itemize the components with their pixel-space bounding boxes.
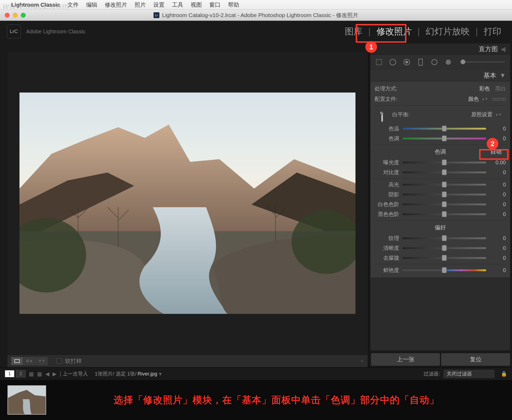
app-menu[interactable]: Lightroom Classic [11,2,60,8]
exposure-slider[interactable] [402,162,486,163]
preview-viewport[interactable] [7,52,367,354]
breadcrumb-source[interactable]: 上一次导入 [63,370,88,377]
histogram-label: 直方图 [479,45,498,53]
filter-dropdown[interactable]: 关闭过滤器 [444,370,494,378]
blacks-value[interactable]: 0 [489,211,506,217]
wb-dropdown[interactable]: 原照设置 ▲▼ [471,111,502,118]
adjustment-brush-tool-icon[interactable] [442,56,454,68]
lrc-logo-icon: LrC [7,25,21,38]
profile-dropdown[interactable]: 颜色 ▲▼ [468,95,488,103]
graduated-filter-tool-icon[interactable] [415,56,426,68]
disclosure-triangle-icon[interactable]: ▼ [499,72,506,79]
clarity-label: 清晰度 [375,245,399,252]
chevron-down-icon[interactable]: ▾ [159,371,162,377]
grid-icon[interactable]: ▦ [29,371,34,377]
display-2-button[interactable]: 2 [16,370,26,377]
menu-edit[interactable]: 编辑 [86,1,97,9]
close-window-button[interactable] [5,13,10,18]
exposure-value[interactable]: 0.00 [489,159,506,166]
clarity-slider[interactable] [402,247,486,249]
svg-point-15 [390,59,396,65]
texture-value[interactable]: 0 [489,235,506,241]
develop-tool-strip [370,55,510,70]
menu-view[interactable]: 视图 [191,1,202,9]
grid-alt-icon[interactable]: ▦ [37,371,42,377]
breadcrumb-filename[interactable]: River.jpg [138,371,157,377]
temp-slider[interactable] [402,128,486,130]
filmstrip-thumbnail[interactable]: 1 [7,385,46,415]
texture-label: 纹理 [375,235,399,242]
svg-rect-14 [376,59,382,65]
radial-filter-tool-icon[interactable] [429,56,440,68]
module-slideshow[interactable]: 幻灯片放映 [423,24,472,39]
basic-panel-header[interactable]: 基本 ▼ [370,70,510,81]
nav-sep: | [60,371,61,377]
temp-value[interactable]: 0 [489,126,506,132]
shadows-label: 阴影 [375,191,399,198]
loupe-view-button[interactable] [11,357,23,365]
filmstrip[interactable]: 1 选择「修改照片」模块，在「基本」面板中单击「色调」部分中的「自动」 [0,380,512,420]
module-print[interactable]: 打印 [481,24,504,39]
nav-back-icon[interactable]: ◀ [45,371,49,377]
tool-slider[interactable] [461,61,505,63]
contrast-slider[interactable] [402,171,486,173]
profile-browser-icon[interactable] [493,98,506,101]
menu-window[interactable]: 窗口 [209,1,221,9]
highlights-slider[interactable] [402,184,486,186]
tutorial-caption: 选择「修改照片」模块，在「基本」面板中单击「色调」部分中的「自动」 [46,394,507,407]
menu-file[interactable]: 文件 [67,1,79,9]
blacks-label: 黑色色阶 [375,211,399,218]
tone-section-label: 色调 [435,148,446,155]
contrast-label: 对比度 [375,169,399,176]
shadows-value[interactable]: 0 [489,191,506,198]
menu-tools[interactable]: 工具 [172,1,183,9]
minimize-window-button[interactable] [13,13,18,18]
spot-removal-tool-icon[interactable] [387,56,399,68]
histogram-panel-header[interactable]: 直方图 ◀ [370,43,510,55]
treatment-bw-button[interactable]: 黑白 [495,85,506,92]
basic-panel-body: 处理方式: 彩色 黑白 配置文件: 颜色 ▲▼ [370,81,510,277]
vibrance-slider[interactable] [402,269,486,271]
nav-button-row: 上一张 复位 [369,352,512,367]
whites-slider[interactable] [402,203,486,205]
treatment-color-button[interactable]: 彩色 [479,85,490,92]
display-1-button[interactable]: 1 [5,370,14,377]
zoom-window-button[interactable] [21,13,26,18]
redeye-tool-icon[interactable] [401,56,413,68]
tint-slider[interactable] [402,138,486,139]
svg-point-20 [446,59,451,65]
before-after-yy-button[interactable]: Y Y [36,357,47,365]
menu-photo[interactable]: 照片 [135,1,146,9]
module-separator: | [418,26,420,37]
exposure-label: 曝光度 [375,159,399,166]
dehaze-slider[interactable] [402,257,486,259]
texture-slider[interactable] [402,237,486,239]
profile-label: 配置文件: [375,95,468,103]
before-after-ra-button[interactable]: R A [23,357,35,365]
nav-forward-icon[interactable]: ▶ [53,371,57,377]
menu-settings[interactable]: 设置 [153,1,165,9]
whites-value[interactable]: 0 [489,201,506,207]
dehaze-value[interactable]: 0 [489,255,506,261]
checkbox-icon[interactable] [57,358,62,364]
previous-photo-button[interactable]: 上一张 [371,353,440,366]
svg-rect-18 [419,59,422,65]
filter-lock-icon[interactable]: 🔒 [501,371,507,377]
reset-button[interactable]: 复位 [441,353,510,366]
clarity-value[interactable]: 0 [489,245,506,251]
crop-tool-icon[interactable] [373,56,385,68]
blacks-slider[interactable] [402,213,486,215]
toolbar-menu-icon[interactable]: ▼ [361,359,364,363]
shadows-slider[interactable] [402,194,486,195]
menu-develop[interactable]: 修改照片 [105,1,127,9]
annotation-highlight-1 [356,24,406,43]
disclosure-triangle-icon[interactable]: ◀ [501,45,505,53]
menu-help[interactable]: 帮助 [228,1,239,9]
vibrance-value[interactable]: 0 [489,267,506,273]
wb-value: 原照设置 [471,111,493,118]
soft-proofing-toggle[interactable]: 软打样 [57,357,82,365]
highlights-value[interactable]: 0 [489,182,506,188]
white-balance-eyedropper-icon[interactable] [372,107,391,126]
workspace: . [0,42,512,367]
contrast-value[interactable]: 0 [489,169,506,175]
